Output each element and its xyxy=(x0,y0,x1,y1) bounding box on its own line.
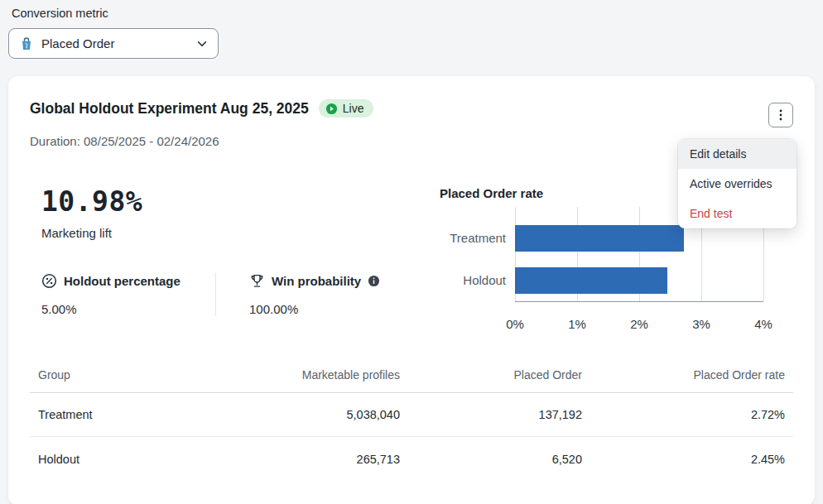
table-header-cell: Marketable profiles xyxy=(218,368,408,382)
menu-item-active-overrides[interactable]: Active overrides xyxy=(678,169,797,199)
trophy-icon xyxy=(249,273,265,289)
table-header-cell: Placed Order rate xyxy=(590,368,793,382)
chart-category-label: Treatment xyxy=(440,225,515,252)
conversion-metric-label: Conversion metric xyxy=(12,7,815,21)
chevron-down-icon xyxy=(196,38,208,50)
holdout-percentage-stat: Holdout percentage 5.00% xyxy=(41,273,215,316)
options-kebab-button[interactable] xyxy=(768,103,793,127)
chart-category-label: Holdout xyxy=(440,267,515,294)
table-cell: Holdout xyxy=(30,453,218,466)
table-cell: 265,713 xyxy=(218,453,408,466)
play-circle-icon xyxy=(325,103,338,115)
win-probability-value: 100.00% xyxy=(249,302,380,316)
chart-x-axis: 0%1%2%3%4% xyxy=(515,302,763,332)
table-row: Treatment5,038,040137,1922.72% xyxy=(30,393,793,437)
win-probability-stat: Win probability 100.00% xyxy=(216,273,380,316)
table-cell: Treatment xyxy=(30,408,218,421)
table-cell: 137,192 xyxy=(408,408,590,421)
table-header-cell: Placed Order xyxy=(408,368,590,382)
chart-bar-treatment xyxy=(515,225,684,252)
chart-category-labels: TreatmentHoldout xyxy=(440,207,515,302)
win-probability-label: Win probability xyxy=(272,274,361,288)
holdout-percentage-icon xyxy=(41,273,57,289)
chart-tick-label: 0% xyxy=(506,317,524,331)
shopping-bag-icon xyxy=(19,36,34,51)
table-cell: 2.72% xyxy=(590,408,793,421)
table-cell: 6,520 xyxy=(408,453,590,466)
metrics-block: 10.98% Marketing lift Holdout p xyxy=(41,186,398,332)
status-badge: Live xyxy=(319,99,374,118)
card-header: Global Holdout Experiment Aug 25, 2025 L… xyxy=(30,99,793,127)
chart-tick-label: 4% xyxy=(754,317,772,331)
holdout-percentage-value: 5.00% xyxy=(41,302,215,316)
menu-item-edit-details[interactable]: Edit details xyxy=(678,139,797,169)
chart-tick-label: 3% xyxy=(692,317,710,331)
experiment-card: Global Holdout Experiment Aug 25, 2025 L… xyxy=(8,76,815,504)
kebab-icon xyxy=(774,108,787,122)
menu-item-end-test[interactable]: End test xyxy=(678,199,797,228)
stats-row: Holdout percentage 5.00% xyxy=(41,273,398,316)
table-header-row: GroupMarketable profilesPlaced OrderPlac… xyxy=(30,363,793,393)
results-table: GroupMarketable profilesPlaced OrderPlac… xyxy=(30,363,793,481)
chart-bar-holdout xyxy=(515,267,667,294)
conversion-metric-select[interactable]: Placed Order xyxy=(8,28,219,59)
table-body: Treatment5,038,040137,1922.72%Holdout265… xyxy=(30,393,793,481)
table-cell: 2.45% xyxy=(590,453,793,466)
table-row: Holdout265,7136,5202.45% xyxy=(30,437,793,481)
chart-tick-label: 2% xyxy=(630,317,648,331)
conversion-metric-value: Placed Order xyxy=(41,36,189,50)
conversion-metric-section: Conversion metric Placed Order xyxy=(8,7,815,59)
holdout-percentage-label: Holdout percentage xyxy=(64,274,180,288)
experiment-title: Global Holdout Experiment Aug 25, 2025 xyxy=(30,100,309,118)
table-cell: 5,038,040 xyxy=(218,408,408,421)
info-icon[interactable] xyxy=(368,275,380,287)
marketing-lift-value: 10.98% xyxy=(41,186,398,218)
marketing-lift-label: Marketing lift xyxy=(41,226,398,240)
table-header-cell: Group xyxy=(30,368,218,382)
status-badge-label: Live xyxy=(343,102,364,115)
context-menu: Edit detailsActive overridesEnd test xyxy=(678,139,797,228)
chart-tick-label: 1% xyxy=(568,317,586,331)
